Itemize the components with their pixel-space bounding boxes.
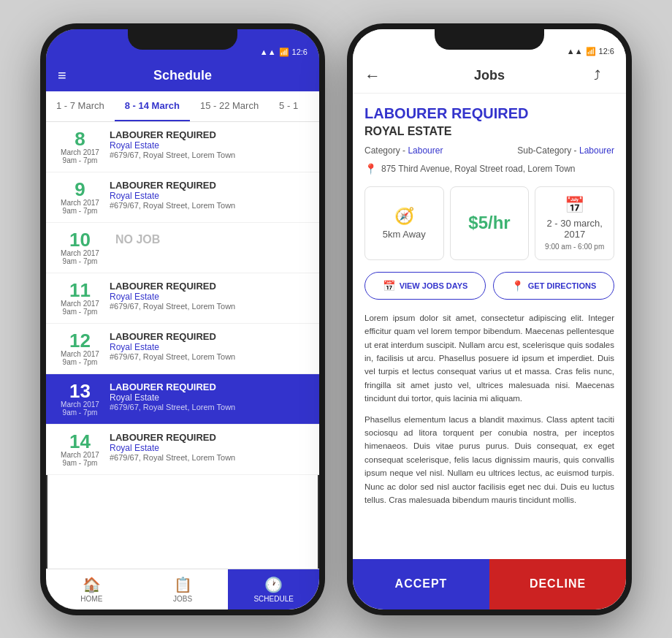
job-address: #679/67, Royal Street, Lorem Town [110,151,309,159]
date-month: March 2017 [56,148,104,156]
left-phone: ▲▲ 📶 12:6 ≡ Schedule 1 - 7 March8 - 14 M… [40,23,325,615]
date-month: March 2017 [56,350,104,358]
job-col: LABOURER REQUIREDRoyal Estate#679/67, Ro… [104,180,309,210]
rate-card: $5/hr [450,186,530,260]
date-time-value: 9:00 am - 6:00 pm [545,243,604,251]
nav-item-home[interactable]: 🏠HOME [46,569,137,609]
date-month: March 2017 [56,300,104,308]
date-month: March 2017 [56,249,104,257]
notch [128,29,237,50]
schedule-list[interactable]: 8March 20179am - 7pmLABOURER REQUIREDRoy… [46,122,319,569]
location-icon: 📍 [364,163,377,175]
nav-label-jobs: JOBS [173,595,192,603]
right-header: ← Jobs ⤴ [353,61,626,94]
job-detail-title: LABOURER REQUIRED [364,105,614,122]
schedule-title: Schedule [78,68,287,83]
no-job-label: NO JOB [110,230,309,246]
date-card: 📅 2 - 30 march, 2017 9:00 am - 6:00 pm [535,186,614,260]
job-col: LABOURER REQUIREDRoyal Estate#679/67, Ro… [104,432,309,462]
nav-icon-home: 🏠 [83,576,101,593]
status-icons-left: ▲▲ 📶 12:6 [260,48,308,57]
calendar-btn-icon: 📅 [383,280,395,292]
accept-button[interactable]: ACCEPT [353,559,489,609]
schedule-row[interactable]: 13March 20179am - 7pmLABOURER REQUIREDRo… [46,374,319,425]
schedule-row[interactable]: 9March 20179am - 7pmLABOURER REQUIREDRoy… [46,172,319,223]
bottom-nav: 🏠HOME📋JOBS🕐SCHEDULE [46,569,319,609]
date-range-value: 2 - 30 march, 2017 [541,218,608,240]
job-address: #679/67, Royal Street, Lorem Town [110,302,309,311]
job-col: LABOURER REQUIREDRoyal Estate#679/67, Ro… [104,281,309,311]
action-buttons: 📅 VIEW JOBS DAYS 📍 GET DIRECTIONS [364,272,614,300]
date-col: 10March 20179am - 7pm [56,230,104,265]
tab-item-1[interactable]: 8 - 14 March [115,91,190,121]
date-month: March 2017 [56,400,104,409]
nav-icon-jobs: 📋 [174,576,192,593]
jobs-title: Jobs [385,68,594,83]
date-time: 9am - 7pm [56,459,104,467]
category-meta: Category - Labourer [364,145,443,156]
week-tabs: 1 - 7 March8 - 14 March15 - 22 March5 - … [46,91,319,122]
date-number: 10 [56,230,104,249]
date-time: 9am - 7pm [56,207,104,215]
decline-button[interactable]: DECLINE [489,559,626,609]
schedule-row[interactable]: 10March 20179am - 7pmNO JOB [46,223,319,273]
nav-item-schedule[interactable]: 🕐SCHEDULE [228,569,319,609]
job-location: 📍 875 Third Avenue, Royal Street road, L… [364,163,614,175]
schedule-row[interactable]: 8March 20179am - 7pmLABOURER REQUIREDRoy… [46,122,319,172]
nav-item-jobs[interactable]: 📋JOBS [137,569,229,609]
job-title: LABOURER REQUIRED [110,331,309,342]
schedule-row[interactable]: 14March 20179am - 7pmLABOURER REQUIREDRo… [46,425,319,475]
calendar-icon: 📅 [565,196,584,215]
job-company: Royal Estate [110,443,309,453]
rate-value: $5/hr [468,213,510,233]
date-col: 9March 20179am - 7pm [56,180,104,215]
job-address: #679/67, Royal Street, Lorem Town [110,201,309,210]
date-time: 9am - 7pm [56,308,104,316]
date-time: 9am - 7pm [56,257,104,265]
job-company: Royal Estate [110,342,309,352]
date-month: March 2017 [56,199,104,207]
date-number: 13 [56,381,104,400]
date-number: 8 [56,129,104,148]
subcategory-meta: Sub-Category - Labourer [517,145,614,156]
get-directions-button[interactable]: 📍 GET DIRECTIONS [493,272,614,300]
nav-label-home: HOME [80,595,102,603]
job-address: #679/67, Royal Street, Lorem Town [110,453,309,462]
category-value: Labourer [408,145,443,156]
date-time: 9am - 7pm [56,358,104,366]
distance-card: 🧭 5km Away [364,186,444,260]
status-icons-right: ▲▲ 📶 12:6 [567,47,614,56]
schedule-row[interactable]: 11March 20179am - 7pmLABOURER REQUIREDRo… [46,273,319,324]
share-button[interactable]: ⤴ [594,68,614,83]
date-number: 12 [56,331,104,350]
date-time: 9am - 7pm [56,409,104,417]
job-meta-row: Category - Labourer Sub-Category - Labou… [364,145,614,156]
stats-row: 🧭 5km Away $5/hr 📅 2 - 30 march, 2017 9:… [364,186,614,260]
location-btn-icon: 📍 [511,280,524,292]
date-number: 9 [56,180,104,199]
wifi-icon-right: 📶 [586,47,596,56]
back-button[interactable]: ← [364,67,385,86]
tab-item-2[interactable]: 15 - 22 March [190,91,269,121]
job-description: Lorem ipsum dolor sit amet, consectetur … [364,311,614,506]
signal-icon: ▲▲ [260,48,276,56]
job-title: LABOURER REQUIRED [110,281,309,292]
job-address: #679/67, Royal Street, Lorem Town [110,403,309,411]
tab-item-0[interactable]: 1 - 7 March [46,91,115,121]
job-company: Royal Estate [110,292,309,302]
time-right: 12:6 [599,47,614,56]
date-col: 8March 20179am - 7pm [56,129,104,164]
job-title: LABOURER REQUIRED [110,381,309,392]
job-company: Royal Estate [110,392,309,403]
distance-value: 5km Away [383,229,426,240]
view-jobs-button[interactable]: 📅 VIEW JOBS DAYS [364,272,486,300]
date-number: 14 [56,432,104,451]
schedule-row[interactable]: 12March 20179am - 7pmLABOURER REQUIREDRo… [46,324,319,374]
subcategory-value: Labourer [579,145,614,156]
date-number: 11 [56,281,104,300]
job-company: Royal Estate [110,191,309,201]
tab-item-3[interactable]: 5 - 1 [269,91,308,121]
job-title: LABOURER REQUIRED [110,432,309,443]
date-col: 11March 20179am - 7pm [56,281,104,316]
menu-icon[interactable]: ≡ [58,67,78,84]
